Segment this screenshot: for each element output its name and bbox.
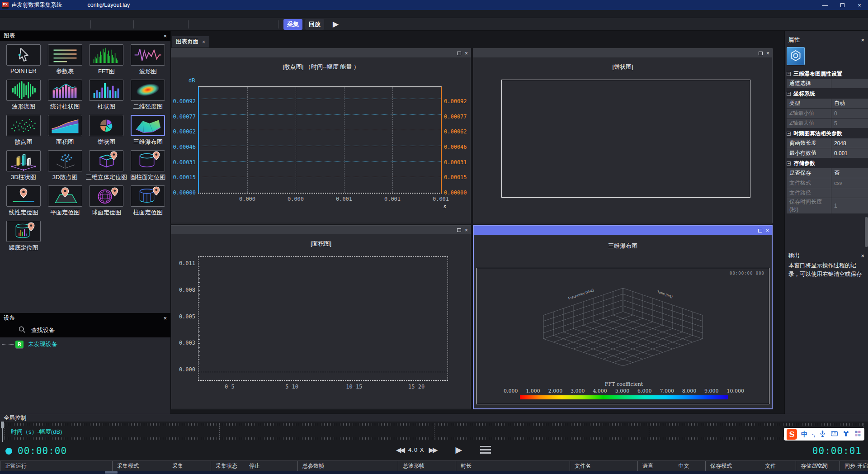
timeline[interactable]: 时间（s）-幅度(dB) S 中 ·, [0,422,868,442]
property-value[interactable]: 2048 [831,138,868,148]
exit-panel-button[interactable] [137,19,149,30]
hand-tool-button[interactable] [216,19,227,30]
device-search-input[interactable]: 查找设备 [0,323,170,337]
export-button[interactable] [40,19,52,30]
close-icon[interactable]: × [465,228,468,233]
chart-type-item[interactable]: 柱状图 [86,80,127,111]
scrollbar-thumb[interactable] [865,217,868,247]
property-value[interactable] [831,188,868,198]
toolbar-separator[interactable] [188,20,189,28]
property-value[interactable]: 0.001 [831,148,868,158]
chart-type-item[interactable]: 圆柱面定位图 [127,150,169,181]
property-section-header[interactable]: − 三维瀑布图属性设置 [785,69,868,79]
new-file-button[interactable] [5,19,16,30]
layout-split-left-button[interactable] [94,19,106,30]
speed-value[interactable]: 4.0 X [406,446,427,453]
chart-type-item[interactable]: POINTER [3,44,44,76]
layout-split-right-button[interactable] [106,19,118,30]
property-value[interactable]: 自动 [831,99,868,108]
timeline-strip[interactable]: 时间（s）-幅度(dB) [5,423,863,440]
device-tree-item[interactable]: R 未发现设备 [0,337,170,351]
playlist-menu-button[interactable] [480,446,491,454]
toolbar-separator[interactable] [133,20,134,28]
output-panel-close-icon[interactable]: × [861,252,864,259]
close-icon[interactable]: × [766,228,769,233]
charts-panel-close-icon[interactable]: × [163,33,167,39]
chart-type-item[interactable]: 统计柱状图 [44,80,86,111]
snapshot-button[interactable] [28,19,40,30]
fast-forward-button[interactable]: ▶▶ [427,446,438,454]
capture-mode-button[interactable]: 采集 [283,19,302,30]
property-section-header[interactable]: − 存储参数 [785,158,868,168]
chart-type-item[interactable]: 饼状图 [86,115,127,146]
collapse-icon[interactable]: − [787,161,791,166]
chart-type-item[interactable]: 二维强度图 [127,80,169,111]
chart-type-item[interactable]: 3D柱状图 [3,150,44,181]
next-tool-button[interactable] [227,19,239,30]
chart-type-item[interactable]: 3D散点图 [44,150,86,181]
properties-panel-close-icon[interactable]: × [861,37,864,43]
ime-grid-icon[interactable] [854,430,862,439]
list-button[interactable] [149,19,161,30]
chart-type-item[interactable]: 面积图 [44,115,86,146]
chart-type-item[interactable]: 三维立体定位图 [86,150,127,181]
collapse-icon[interactable]: − [787,132,791,136]
close-icon[interactable]: × [465,51,468,56]
user-button[interactable] [161,19,173,30]
timeline-playhead[interactable] [1,422,4,442]
chart-type-item[interactable]: 波形图 [127,44,169,76]
restore-icon[interactable] [457,228,461,232]
close-button[interactable]: × [851,0,868,10]
chart-type-item[interactable]: 线性定位图 [3,185,44,217]
devices-panel-close-icon[interactable]: × [163,315,167,322]
toolbar-separator[interactable] [278,20,278,28]
chart-type-item[interactable]: 柱面定位图 [127,185,169,217]
chart-type-item[interactable]: 波形流图 [3,80,44,111]
start-button[interactable]: ▶ [333,19,339,29]
punctuation-icon[interactable]: ·, [812,431,815,438]
play-button[interactable]: ▶ [454,445,464,455]
link-button[interactable] [192,19,204,30]
property-section-header[interactable]: − 时频图算法相关参数 [785,128,868,138]
property-section-header[interactable]: − 坐标系统 [785,89,868,99]
waveform-settings-button[interactable] [63,19,75,30]
chart-type-item[interactable]: 参数表 [44,44,86,76]
measure-tool-button[interactable] [251,19,263,30]
layout-grid-button[interactable] [118,19,130,30]
property-value[interactable]: 0 [831,109,868,118]
tab-close-icon[interactable]: × [202,39,205,45]
users-button[interactable] [173,19,184,30]
minimize-button[interactable]: — [816,0,834,10]
skin-icon[interactable] [842,430,850,439]
chart-type-item[interactable]: 平面定位图 [44,185,86,217]
close-icon[interactable]: × [766,51,769,56]
keyboard-icon[interactable] [830,430,838,439]
settings-button[interactable] [52,19,63,30]
waterfall-properties-button[interactable] [787,47,805,65]
collapse-icon[interactable]: − [787,72,791,76]
microphone-icon[interactable] [819,430,826,439]
sogou-logo-icon[interactable]: S [787,429,797,440]
select-region-button[interactable] [239,19,251,30]
chart-type-item[interactable]: 球面定位图 [86,185,127,217]
chart-type-item[interactable]: 散点图 [3,115,44,146]
collapse-icon[interactable]: − [787,92,791,96]
rewind-button[interactable]: ◀◀ [394,446,406,454]
restore-icon[interactable] [759,52,763,55]
property-value[interactable] [831,79,868,88]
crosshair-tool-button[interactable] [263,19,274,30]
restore-icon[interactable] [457,52,461,55]
property-value[interactable]: 5 [831,118,868,128]
chart-type-item[interactable]: FFT图 [86,44,127,76]
ime-toolbar[interactable]: S 中 ·, [784,428,864,441]
fullscreen-button[interactable] [75,19,87,30]
restore-icon[interactable] [758,229,762,232]
maximize-button[interactable] [834,0,851,10]
playback-mode-button[interactable]: 回放 [305,19,324,30]
pointer-tool-button[interactable] [204,19,216,30]
toolbar-separator[interactable] [90,20,91,28]
chart-type-item[interactable]: 三维瀑布图 [127,115,169,146]
chart-type-item[interactable]: 罐底定位图 [3,221,44,252]
property-value[interactable]: csv [831,178,868,188]
property-value[interactable]: 1 [831,198,868,213]
